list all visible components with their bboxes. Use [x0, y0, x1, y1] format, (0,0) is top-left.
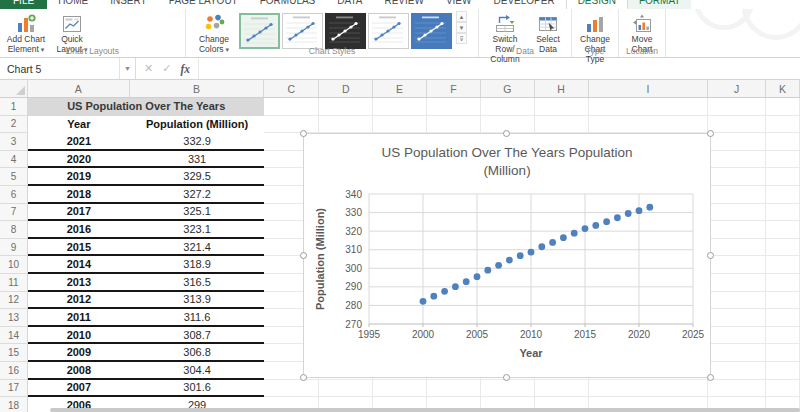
- row-header-3[interactable]: 3: [0, 133, 28, 151]
- column-header-D[interactable]: D: [319, 80, 373, 97]
- table-data-cell[interactable]: 2011: [28, 309, 130, 327]
- chart-resize-handle[interactable]: [707, 252, 714, 259]
- table-data-cell[interactable]: 2019: [28, 168, 130, 186]
- row-header-1[interactable]: 1: [0, 98, 28, 116]
- table-data-cell[interactable]: 331: [130, 151, 265, 169]
- change-chart-type-button[interactable]: Change Chart Type: [575, 11, 615, 64]
- table-data-cell[interactable]: 2017: [28, 204, 130, 222]
- table-header-cell[interactable]: Population (Million): [130, 116, 265, 134]
- cell[interactable]: [589, 116, 709, 134]
- cell[interactable]: [708, 168, 766, 186]
- column-header-I[interactable]: I: [589, 80, 709, 97]
- table-data-cell[interactable]: 311.6: [130, 309, 265, 327]
- cell[interactable]: [319, 380, 373, 398]
- chart-style-thumbnail-5[interactable]: [411, 13, 452, 49]
- chart-resize-handle[interactable]: [503, 374, 510, 381]
- cell[interactable]: [427, 116, 481, 134]
- name-box[interactable]: Chart 5: [0, 58, 120, 79]
- row-header-9[interactable]: 9: [0, 239, 28, 257]
- table-title-cell[interactable]: US Population Over The Years: [28, 98, 264, 116]
- cell[interactable]: [766, 168, 800, 186]
- cell[interactable]: [589, 98, 709, 116]
- chart-style-thumbnail-3[interactable]: [325, 13, 366, 49]
- cell[interactable]: [766, 256, 800, 274]
- cell[interactable]: [708, 292, 766, 310]
- table-data-cell[interactable]: 2016: [28, 221, 130, 239]
- row-header-2[interactable]: 2: [0, 116, 28, 134]
- tab-developer[interactable]: DEVELOPER: [482, 0, 565, 9]
- table-data-cell[interactable]: 2009: [28, 344, 130, 362]
- column-header-H[interactable]: H: [535, 80, 589, 97]
- tab-view[interactable]: VIEW: [435, 0, 483, 9]
- cell[interactable]: [766, 380, 800, 398]
- column-header-J[interactable]: J: [708, 80, 766, 97]
- row-header-5[interactable]: 5: [0, 168, 28, 186]
- cell[interactable]: [264, 380, 319, 398]
- table-data-cell[interactable]: 327.2: [130, 186, 265, 204]
- tab-home[interactable]: HOME: [47, 0, 99, 9]
- cell[interactable]: [766, 133, 800, 151]
- table-data-cell[interactable]: 2012: [28, 292, 130, 310]
- table-data-cell[interactable]: 2018: [28, 186, 130, 204]
- chart-object[interactable]: US Population Over The Years Population …: [303, 133, 711, 378]
- chart-resize-handle[interactable]: [707, 374, 714, 381]
- cell[interactable]: [535, 380, 589, 398]
- cell[interactable]: [589, 380, 709, 398]
- table-data-cell[interactable]: 2015: [28, 239, 130, 257]
- row-header-6[interactable]: 6: [0, 186, 28, 204]
- table-data-cell[interactable]: 323.1: [130, 221, 265, 239]
- column-header-C[interactable]: C: [264, 80, 319, 97]
- row-header-18[interactable]: 18: [0, 397, 28, 412]
- cell[interactable]: [708, 204, 766, 222]
- table-data-cell[interactable]: 2010: [28, 327, 130, 345]
- cell[interactable]: [708, 221, 766, 239]
- cell[interactable]: [319, 116, 373, 134]
- row-header-11[interactable]: 11: [0, 274, 28, 292]
- table-data-cell[interactable]: 316.5: [130, 274, 265, 292]
- cell[interactable]: [766, 327, 800, 345]
- cell[interactable]: [373, 380, 427, 398]
- cell[interactable]: [766, 116, 800, 134]
- row-header-13[interactable]: 13: [0, 309, 28, 327]
- table-header-cell[interactable]: Year: [28, 116, 130, 134]
- cell[interactable]: [708, 327, 766, 345]
- row-header-15[interactable]: 15: [0, 344, 28, 362]
- column-header-A[interactable]: A: [28, 80, 130, 97]
- gallery-scroll-down-icon[interactable]: ▼: [456, 22, 467, 33]
- cell[interactable]: [264, 116, 319, 134]
- column-header-B[interactable]: B: [130, 80, 265, 97]
- horizontal-scrollbar-thumb[interactable]: [50, 408, 800, 412]
- cell[interactable]: [766, 274, 800, 292]
- cell[interactable]: [766, 151, 800, 169]
- column-header-K[interactable]: K: [766, 80, 800, 97]
- cell[interactable]: [319, 98, 373, 116]
- row-header-4[interactable]: 4: [0, 151, 28, 169]
- tab-insert[interactable]: INSERT: [99, 0, 158, 9]
- chart-resize-handle[interactable]: [300, 374, 307, 381]
- cell[interactable]: [766, 239, 800, 257]
- chart-resize-handle[interactable]: [707, 130, 714, 137]
- row-header-12[interactable]: 12: [0, 292, 28, 310]
- gallery-scroll-up-icon[interactable]: ▲: [456, 11, 467, 22]
- table-data-cell[interactable]: 2013: [28, 274, 130, 292]
- cell[interactable]: [373, 98, 427, 116]
- cell[interactable]: [766, 98, 800, 116]
- chart-style-thumbnail-2[interactable]: [282, 13, 323, 49]
- chart-style-thumbnail-4[interactable]: [368, 13, 409, 49]
- name-box-dropdown-icon[interactable]: ▼: [120, 58, 136, 79]
- cell[interactable]: [766, 186, 800, 204]
- cell[interactable]: [708, 344, 766, 362]
- cell[interactable]: [766, 344, 800, 362]
- row-header-17[interactable]: 17: [0, 380, 28, 398]
- chart-resize-handle[interactable]: [300, 252, 307, 259]
- chart-resize-handle[interactable]: [503, 130, 510, 137]
- table-data-cell[interactable]: 2020: [28, 151, 130, 169]
- tab-review[interactable]: REVIEW: [373, 0, 434, 9]
- table-data-cell[interactable]: 308.7: [130, 327, 265, 345]
- row-header-8[interactable]: 8: [0, 221, 28, 239]
- tab-data[interactable]: DATA: [326, 0, 373, 9]
- cancel-icon[interactable]: ✕: [144, 62, 153, 75]
- cell[interactable]: [766, 204, 800, 222]
- table-data-cell[interactable]: 2021: [28, 133, 130, 151]
- cell[interactable]: [708, 186, 766, 204]
